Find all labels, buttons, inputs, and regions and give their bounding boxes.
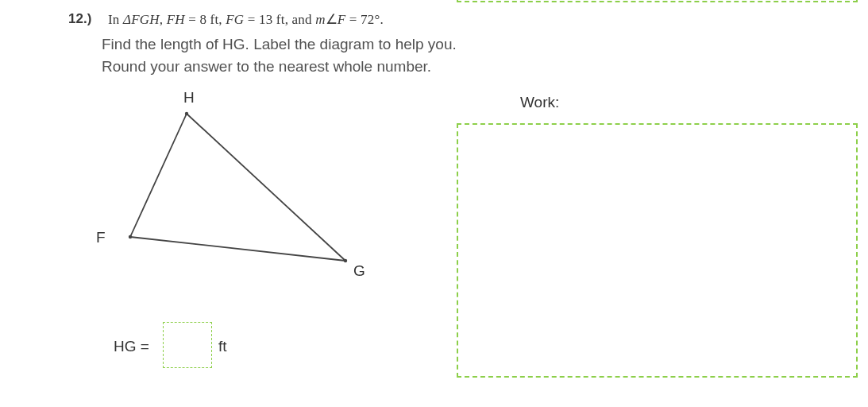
vertex-label-f: F [96, 229, 106, 246]
dashed-box-top-crop [457, 0, 858, 2]
vertex-g-dot [344, 259, 347, 262]
work-label: Work: [520, 94, 559, 111]
work-area[interactable] [457, 123, 858, 378]
question-number: 12.) [68, 11, 91, 27]
answer-unit: ft [218, 338, 227, 355]
question-given: In ΔFGH, FH = 8 ft, FG = 13 ft, and m∠F … [108, 11, 384, 28]
vertex-f-dot [129, 235, 132, 238]
vertex-h-dot [185, 112, 188, 115]
instruction-line-2: Round your answer to the nearest whole n… [102, 58, 431, 75]
answer-prefix: HG = [114, 338, 149, 355]
triangle-shape [130, 114, 345, 261]
answer-input-box[interactable] [163, 322, 212, 368]
vertex-label-h: H [183, 89, 195, 107]
triangle-name: FGH [131, 12, 160, 27]
question-instruction: Find the length of HG. Label the diagram… [102, 33, 594, 77]
triangle-diagram [119, 107, 357, 274]
instruction-line-1: Find the length of HG. Label the diagram… [102, 36, 457, 52]
